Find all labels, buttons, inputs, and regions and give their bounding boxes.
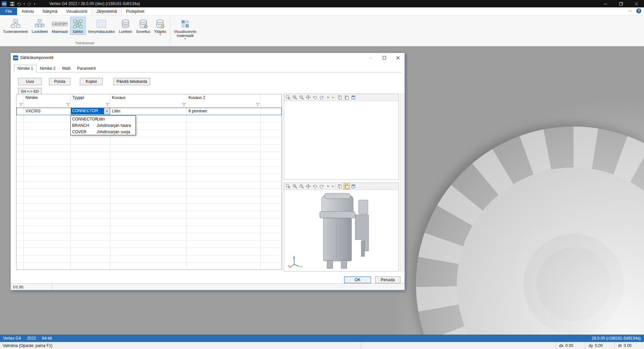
table-row[interactable]	[16, 182, 282, 189]
rotate-cw-icon[interactable]	[319, 95, 324, 100]
filter-kuvaus2-icon[interactable]	[187, 102, 261, 108]
dialog-close-button[interactable]	[391, 53, 405, 62]
dropdown-item[interactable]: COVERJohdinsarjan suoja	[71, 129, 136, 135]
g4-ed-button[interactable]: G4 <-> ED	[18, 88, 42, 94]
dialog-titlebar[interactable]: G4 Sähkökomponentit	[11, 53, 405, 62]
tab-jarjestelma[interactable]: Järjestelmä	[92, 7, 121, 15]
table-row[interactable]	[16, 122, 282, 130]
zoom-out-icon[interactable]	[299, 184, 304, 189]
region-zoom-icon[interactable]	[285, 95, 291, 100]
luokitteet-button[interactable]: Luokitteet	[30, 17, 50, 35]
visualisoinnin-materiaalit-button[interactable]: Visualisoinnin materiaalit ▾	[172, 17, 198, 41]
table-row[interactable]	[16, 226, 282, 233]
tab-arkisto[interactable]: Arkisto	[17, 8, 38, 15]
combobox-dropdown-icon[interactable]: ▾	[104, 108, 110, 114]
table-row[interactable]	[16, 174, 282, 182]
preview-3d-viewport[interactable]: Z X Y	[284, 190, 398, 271]
preview-2d-viewport[interactable]	[284, 101, 398, 180]
paste-image-icon[interactable]	[344, 95, 350, 100]
tuoterakenteet-button[interactable]: Tuoterakenteet	[1, 17, 30, 35]
table-row[interactable]	[16, 152, 282, 159]
materiaali-button[interactable]: Cu Zn Pb PP Materiaali	[50, 17, 69, 35]
pan-icon[interactable]	[305, 95, 311, 100]
table-row[interactable]	[16, 167, 282, 174]
cancel-button[interactable]: Peruuta	[375, 277, 400, 283]
views-dropdown-icon[interactable]: ▾	[332, 185, 333, 188]
rotate-ccw-icon[interactable]	[312, 184, 318, 189]
table-row[interactable]	[16, 189, 282, 196]
sahko-button[interactable]: Sähkö	[70, 17, 86, 35]
yllapito-button[interactable]: Ylläpito ▾	[152, 17, 168, 37]
dialog-maximize-button[interactable]	[378, 53, 391, 62]
table-row[interactable]	[16, 130, 282, 137]
qat-customize-icon[interactable]: ▾	[34, 2, 35, 5]
copy-image-icon[interactable]	[337, 184, 343, 189]
redo-icon[interactable]	[27, 2, 32, 6]
help-icon[interactable]: ?	[636, 8, 641, 13]
tab-parametrit[interactable]: Parametrit	[74, 65, 99, 72]
tab-visualisointi[interactable]: Visualisointi	[62, 8, 92, 15]
rotate-cw-icon[interactable]	[319, 184, 324, 189]
cell-kuvaus2[interactable]: 6 pinninen	[187, 108, 261, 115]
region-zoom-icon[interactable]	[285, 184, 291, 189]
prev-view-icon[interactable]	[325, 95, 331, 100]
cell-nimike[interactable]: VXC003	[24, 108, 71, 115]
table-row[interactable]	[16, 218, 282, 226]
zoom-in-icon[interactable]	[292, 95, 298, 100]
rotate-ccw-icon[interactable]	[312, 95, 318, 100]
kopioi-button[interactable]: Kopioi	[80, 78, 103, 85]
filter-tyyppi-icon[interactable]	[71, 102, 110, 108]
tab-nimike-1[interactable]: Nimike 1	[14, 65, 37, 72]
copy-image-icon[interactable]	[337, 95, 343, 100]
save-icon[interactable]	[10, 2, 14, 6]
table-row[interactable]	[16, 159, 282, 167]
uusi-button[interactable]: Uusi	[18, 78, 42, 85]
views-dropdown-icon[interactable]: ▾	[332, 96, 333, 99]
tab-nakyma[interactable]: Näkymä	[38, 8, 62, 15]
table-row[interactable]	[16, 145, 282, 152]
zoom-in-icon[interactable]	[292, 184, 298, 189]
luettelo-button[interactable]: Luettelo	[117, 17, 134, 35]
ok-button[interactable]: OK	[344, 277, 371, 283]
row-selector-cell[interactable]	[16, 108, 24, 115]
restore-button[interactable]	[613, 0, 629, 7]
type-combobox-value[interactable]: CONNECTOR	[71, 108, 104, 114]
dropdown-item[interactable]: BRANCHJohdinsarjan haara	[71, 122, 136, 129]
prev-view-icon[interactable]	[325, 184, 331, 189]
paivita-tietokanta-button[interactable]: Päivitä tietokanta	[113, 78, 150, 85]
sovellus-button[interactable]: Sovellus	[135, 17, 152, 35]
table-row[interactable]	[16, 137, 282, 145]
dialog-minimize-button[interactable]	[364, 53, 378, 62]
filter-nimike-icon[interactable]	[24, 102, 71, 108]
save-image-icon[interactable]	[351, 95, 356, 100]
undo-icon[interactable]	[17, 2, 21, 6]
table-row[interactable]	[16, 204, 282, 211]
tab-file[interactable]: File	[0, 8, 17, 15]
table-row[interactable]	[16, 263, 282, 270]
dropdown-item[interactable]: CONNECTORLiitin	[71, 116, 136, 122]
tab-pistepilvet[interactable]: Pistepilvet	[122, 8, 149, 15]
type-combobox[interactable]: CONNECTOR ▾	[71, 108, 110, 114]
poista-button[interactable]: Poista	[49, 78, 70, 85]
table-row[interactable]	[16, 211, 282, 218]
table-row[interactable]	[16, 233, 282, 241]
cell-tyyppi[interactable]: CONNECTOR ▾	[71, 108, 110, 115]
venymataulukko-button[interactable]: Venymätaulukko	[86, 17, 117, 35]
collapse-ribbon-icon[interactable]	[628, 9, 632, 13]
dialog-scrollbar[interactable]	[400, 94, 404, 271]
save-image-icon[interactable]	[351, 184, 356, 189]
tab-malli[interactable]: Malli	[59, 65, 74, 72]
table-row[interactable]	[16, 241, 282, 248]
close-button[interactable]	[629, 0, 644, 7]
filter-kuvaus-icon[interactable]	[110, 102, 187, 108]
minimize-button[interactable]	[598, 0, 613, 7]
filter-selector[interactable]	[16, 102, 24, 108]
pan-icon[interactable]	[305, 184, 311, 189]
table-row[interactable]	[16, 196, 282, 204]
undo-dropdown-icon[interactable]: ▾	[23, 2, 25, 5]
table-row-vxc003[interactable]: VXC003 CONNECTOR ▾ Liitin 6 pinninen	[16, 108, 282, 115]
paste-image-icon[interactable]	[344, 184, 350, 189]
table-row[interactable]	[16, 248, 282, 255]
tab-nimike-2[interactable]: Nimike 2	[37, 65, 59, 72]
cell-kuvaus[interactable]: Liitin	[110, 108, 187, 115]
